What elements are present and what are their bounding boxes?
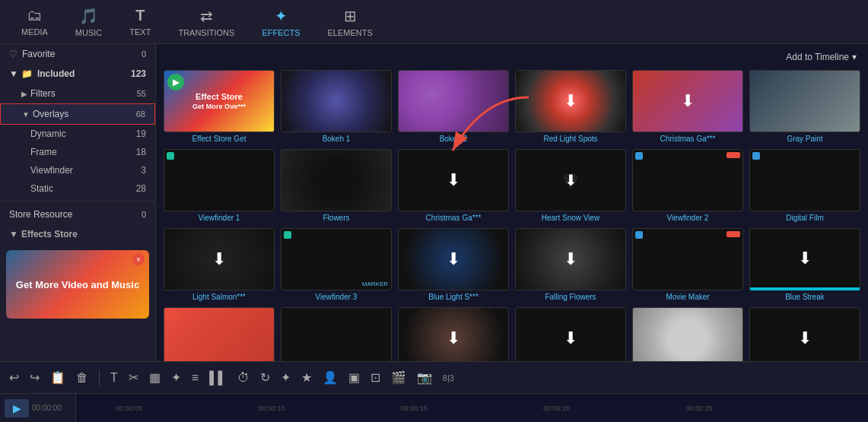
effect-item-5[interactable]: Gray Paint	[749, 70, 860, 143]
effect-thumb-18[interactable]	[164, 307, 275, 361]
effect-item-11[interactable]: Digital Film	[749, 149, 860, 222]
sidebar-item-filters[interactable]: ▶ Filters 55	[0, 84, 155, 103]
effect-item-3[interactable]: ⬇ Red Light Spots	[515, 70, 626, 143]
effect-item-8[interactable]: ⬇ Christmas Ga***	[398, 149, 509, 222]
effects-store-banner[interactable]: × Get More Video and Music	[6, 250, 149, 319]
effect-item-23[interactable]: ⬇	[749, 307, 860, 361]
effect-thumb-0[interactable]: ▶ Effect StoreGet More Ove***	[164, 70, 275, 132]
effect-item-18[interactable]	[164, 307, 275, 361]
effect-thumb-6[interactable]	[164, 149, 275, 211]
list-button[interactable]: ≡	[189, 370, 202, 386]
effect-thumb-11[interactable]	[749, 149, 860, 211]
cut-button[interactable]: ✂	[126, 369, 141, 386]
effect-thumb-4[interactable]: ⬇	[632, 70, 743, 132]
sidebar-sub-dynamic[interactable]: Dynamic 19	[0, 125, 155, 143]
effect-thumb-7[interactable]	[281, 149, 392, 211]
frame-button[interactable]: ⊡	[367, 369, 383, 386]
nav-media[interactable]: 🗂 MEDIA	[8, 1, 62, 43]
sidebar-item-favorite[interactable]: ♡ Favorite 0	[0, 44, 155, 64]
effect-thumb-1[interactable]	[281, 70, 392, 132]
nav-music[interactable]: 🎵 MUSIC	[62, 1, 116, 43]
nav-effects-label: EFFECTS	[262, 28, 300, 37]
download-icon-4: ⬇	[681, 91, 695, 111]
crop-button[interactable]: ▣	[345, 369, 363, 386]
effect-thumb-21[interactable]: ⬇	[515, 307, 626, 361]
split-button[interactable]: ▦	[146, 369, 164, 386]
badge-red-16	[727, 231, 740, 237]
effect-thumb-20[interactable]: ⬇	[398, 307, 509, 361]
text-tool-button[interactable]: T	[107, 370, 121, 386]
sidebar-item-store-resource[interactable]: Store Resource 0	[0, 205, 155, 224]
undo-button[interactable]: ↩	[6, 369, 22, 386]
effect-thumb-23[interactable]: ⬇	[749, 307, 860, 361]
effect-thumb-13[interactable]: MARKER	[281, 228, 392, 290]
video-button[interactable]: 🎬	[388, 369, 409, 386]
sidebar-sub-viewfinder[interactable]: Viewfinder 3	[0, 161, 155, 179]
effect-item-21[interactable]: ⬇	[515, 307, 626, 361]
delete-button[interactable]: 🗑	[73, 370, 91, 386]
effect-item-13[interactable]: MARKER Viewfinder 3	[281, 228, 392, 301]
effect-thumb-16[interactable]	[632, 228, 743, 290]
effect-thumb-22[interactable]	[632, 307, 743, 361]
effect-thumb-8[interactable]: ⬇	[398, 149, 509, 211]
effect-thumb-10[interactable]	[632, 149, 743, 211]
timer-button[interactable]: ⏱	[234, 370, 253, 386]
effect-thumb-14[interactable]: ⬇	[398, 228, 509, 290]
effect-item-20[interactable]: ⬇	[398, 307, 509, 361]
sidebar-sub-static[interactable]: Static 28	[0, 179, 155, 198]
effect-item-9[interactable]: ♥ ⬇ Heart Snow View	[515, 149, 626, 222]
text-icon: T	[135, 7, 145, 24]
timeline-area: ▶ 00:00:00 00:00:05 00:00:10 00:00:15 00…	[0, 393, 868, 422]
effect-item-2[interactable]: Bokeh 2	[398, 70, 509, 143]
effect-item-19[interactable]	[281, 307, 392, 361]
camera-button[interactable]: 📷	[414, 369, 435, 386]
sidebar-sub-frame[interactable]: Frame 18	[0, 143, 155, 161]
nav-effects[interactable]: ✦ EFFECTS	[248, 1, 313, 43]
nav-elements[interactable]: ⊞ ELEMENTS	[314, 1, 386, 43]
effect-item-15[interactable]: ⬇ Falling Flowers	[515, 228, 626, 301]
effect-thumb-2[interactable]	[398, 70, 509, 132]
star-button[interactable]: ✦	[278, 369, 294, 386]
effect-thumb-9[interactable]: ♥ ⬇	[515, 149, 626, 211]
store-badge-icon: ▶	[167, 74, 184, 90]
sidebar-item-overlays[interactable]: ▼ Overlays 68	[0, 103, 155, 125]
effect-item-0[interactable]: ▶ Effect StoreGet More Ove*** Effect Sto…	[164, 70, 275, 143]
timeline-thumbnail[interactable]: ▶	[5, 399, 29, 417]
nav-text[interactable]: T TEXT	[116, 1, 164, 43]
sidebar-effects-store[interactable]: ▼ Effects Store	[0, 224, 155, 244]
copy-button[interactable]: 📋	[47, 369, 68, 386]
effect-item-12[interactable]: ⬇ Light Salmon***	[164, 228, 275, 301]
chevron-down-icon-store: ▼	[9, 229, 18, 240]
effect-item-17[interactable]: ⬇ Blue Streak	[749, 228, 860, 301]
timeline-ruler[interactable]: 00:00:05 00:00:10 00:00:15 00:00:20 00:0…	[76, 394, 868, 422]
effect-item-1[interactable]: Bokeh 1	[281, 70, 392, 143]
sidebar-item-included[interactable]: ▼ 📁 Included 123	[0, 64, 155, 84]
effect-item-22[interactable]	[632, 307, 743, 361]
banner-close-button[interactable]: ×	[132, 253, 145, 265]
effect-thumb-17[interactable]: ⬇	[749, 228, 860, 290]
person-button[interactable]: 👤	[320, 369, 341, 386]
effect-thumb-12[interactable]: ⬇	[164, 228, 275, 290]
effect-item-16[interactable]: Movie Maker	[632, 228, 743, 301]
add-to-timeline-button[interactable]: Add to Timeline ▾	[786, 52, 857, 62]
effect-item-6[interactable]: Viewfinder 1	[164, 149, 275, 222]
download-icon-9: ⬇	[564, 171, 577, 189]
effect-thumb-15[interactable]: ⬇	[515, 228, 626, 290]
effect-item-10[interactable]: Viewfinder 2	[632, 149, 743, 222]
effect-item-7[interactable]: Flowers	[281, 149, 392, 222]
effect-thumb-19[interactable]	[281, 307, 392, 361]
main-area: ♡ Favorite 0 ▼ 📁 Included 123 ▶ Filters …	[0, 44, 868, 361]
rotate-button[interactable]: ↻	[257, 369, 273, 386]
effect-tool-button[interactable]: ✦	[168, 369, 184, 386]
effect-item-4[interactable]: ⬇ Christmas Ga***	[632, 70, 743, 143]
effect-item-14[interactable]: ⬇ Blue Light S***	[398, 228, 509, 301]
redo-button[interactable]: ↪	[27, 369, 43, 386]
download-icon-21: ⬇	[564, 328, 577, 348]
effect-label-7: Flowers	[281, 214, 392, 222]
nav-transitions[interactable]: ⇄ TRANSITIONS	[164, 1, 248, 43]
effect-thumb-3[interactable]: ⬇	[515, 70, 626, 132]
columns-button[interactable]: ▌▌	[206, 370, 230, 386]
favorite-button[interactable]: ★	[298, 369, 315, 386]
effect-thumb-5[interactable]	[749, 70, 860, 132]
effect-label-8: Christmas Ga***	[398, 214, 509, 222]
